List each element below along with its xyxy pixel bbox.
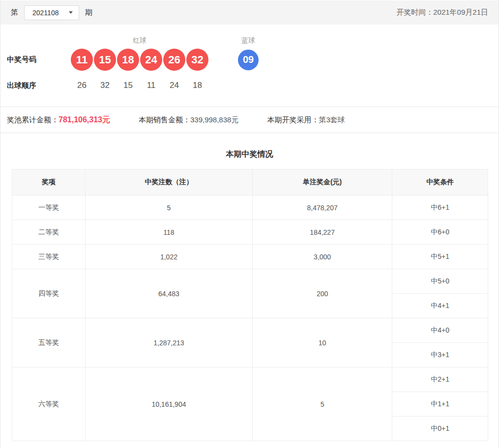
cell-prize: 六等奖 [12,367,86,441]
cell-condition: 中6+1 [392,196,488,220]
summary-bar: 奖池累计金额： 781,106,313元 本期销售金额： 339,998,838… [0,107,499,133]
ball-set-label: 本期开奖采用： [267,115,319,125]
prize-table-column-header: 奖项 [12,169,86,196]
draw-order-row: 出球顺序 263215112418 [7,81,499,107]
cell-amount: 10 [252,318,392,367]
chevron-down-icon [69,11,73,14]
cell-condition: 中5+1 [392,245,488,269]
prize-table: 奖项中奖注数（注）单注奖金(元)中奖条件 一等奖58,478,207中6+1二等… [12,169,488,441]
red-ball: 32 [186,49,208,71]
period-prefix-label: 第 [11,8,18,17]
cell-condition: 中4+0 [392,318,488,343]
draw-order-number: 26 [71,81,93,90]
cell-prize: 二等奖 [12,220,86,245]
sales-amount-item: 本期销售金额： 339,998,838元 [139,115,238,125]
lottery-result-page: 第 2021108 期 开奖时间：2021年09月21日 红球 蓝球 中奖号码 … [0,0,499,448]
red-ball: 18 [117,49,139,71]
draw-order-number: 18 [186,81,208,90]
period-suffix-label: 期 [85,8,92,17]
blue-ball-label: 蓝球 [238,36,259,45]
prize-table-row: 四等奖64,483200中5+0 [12,269,488,294]
ball-set-value: 第3套球 [319,115,345,125]
pool-amount-item: 奖池累计金额： 781,106,313元 [7,115,110,125]
period-select[interactable]: 2021108 [24,5,79,20]
prize-table-body: 一等奖58,478,207中6+1二等奖118184,227中6+0三等奖1,0… [12,196,488,441]
winning-numbers-section: 红球 蓝球 中奖号码 111518242632 09 出球顺序 26321511… [0,25,499,107]
cell-condition: 中0+1 [392,417,488,441]
topbar: 第 2021108 期 开奖时间：2021年09月21日 [0,0,499,25]
red-ball: 15 [94,49,116,71]
cell-condition: 中2+1 [392,367,488,392]
cell-condition: 中5+0 [392,269,488,294]
draw-time-label: 开奖时间： [396,8,433,16]
sales-amount-label: 本期销售金额： [139,115,190,125]
draw-time-value: 2021年09月21日 [433,8,488,16]
winning-numbers-row: 中奖号码 111518242632 09 [7,49,499,71]
red-ball: 11 [71,49,93,71]
sales-amount-value: 339,998,838元 [190,115,238,125]
prize-table-column-header: 单注奖金(元) [252,169,392,196]
cell-prize: 四等奖 [12,269,86,318]
draw-order-numbers: 263215112418 [71,81,208,90]
period-selector-group: 第 2021108 期 [11,5,92,20]
cell-count: 118 [86,220,253,245]
cell-amount: 200 [252,269,392,318]
cell-condition: 中6+0 [392,220,488,245]
draw-order-number: 24 [163,81,185,90]
red-balls: 111518242632 [71,49,208,71]
prize-table-header-row: 奖项中奖注数（注）单注奖金(元)中奖条件 [12,169,488,196]
pool-amount-value: 781,106,313元 [59,115,110,125]
cell-condition: 中1+1 [392,392,488,417]
draw-order-number: 11 [140,81,162,90]
prize-table-column-header: 中奖注数（注） [86,169,253,196]
period-select-value: 2021108 [32,9,59,17]
ball-set-item: 本期开奖采用： 第3套球 [267,115,345,125]
cell-prize: 五等奖 [12,318,86,367]
prize-table-row: 一等奖58,478,207中6+1 [12,196,488,220]
prize-table-column-header: 中奖条件 [392,169,488,196]
prize-table-row: 六等奖10,161,9045中2+1 [12,367,488,392]
cell-prize: 三等奖 [12,245,86,269]
prize-table-title: 本期中奖情况 [0,149,499,160]
prize-table-row: 二等奖118184,227中6+0 [12,220,488,245]
cell-amount: 8,478,207 [252,196,392,220]
cell-condition: 中4+1 [392,294,488,318]
pool-amount-label: 奖池累计金额： [7,115,59,125]
red-balls-label: 红球 [71,36,208,45]
blue-ball: 09 [238,50,259,70]
prize-table-row: 五等奖1,287,21310中4+0 [12,318,488,343]
cell-amount: 184,227 [252,220,392,245]
cell-condition: 中3+1 [392,343,488,367]
draw-order-number: 32 [94,81,116,90]
cell-count: 64,483 [86,269,253,318]
cell-count: 5 [86,196,253,220]
draw-order-row-label: 出球顺序 [7,81,71,90]
cell-count: 1,022 [86,245,253,269]
cell-prize: 一等奖 [12,196,86,220]
cell-amount: 3,000 [252,245,392,269]
cell-count: 1,287,213 [86,318,253,367]
ball-group-labels: 红球 蓝球 [7,36,499,45]
cell-count: 10,161,904 [86,367,253,441]
winning-numbers-row-label: 中奖号码 [7,55,71,64]
red-ball: 24 [140,49,162,71]
cell-amount: 5 [252,367,392,441]
draw-order-number: 15 [117,81,139,90]
red-ball: 26 [163,49,185,71]
draw-time: 开奖时间：2021年09月21日 [396,8,488,17]
prize-table-row: 三等奖1,0223,000中5+1 [12,245,488,269]
